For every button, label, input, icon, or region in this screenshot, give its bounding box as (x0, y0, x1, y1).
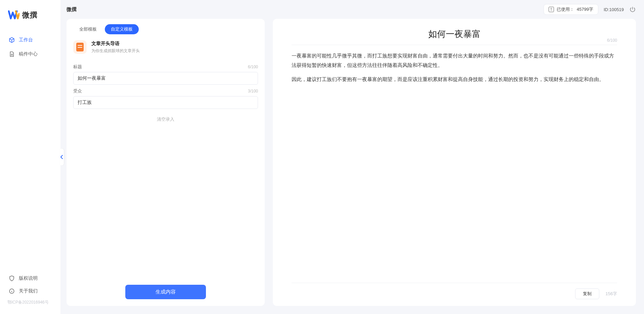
footer-link-copyright[interactable]: 版权说明 (0, 272, 60, 285)
cube-icon (9, 37, 15, 43)
sidebar-item-drafts[interactable]: 稿件中心 (0, 48, 60, 61)
sidebar-collapse-handle[interactable] (60, 149, 64, 165)
text-icon: T (549, 7, 554, 12)
sidebar-item-label: 工作台 (19, 37, 33, 43)
title-input[interactable] (73, 72, 258, 85)
template-header: 文章开头导语 为你生成抓眼球的文章开头 (67, 34, 265, 58)
article-icon (76, 43, 84, 51)
field-count: 6/100 (248, 65, 258, 69)
tab-custom-templates[interactable]: 自定义模板 (105, 24, 139, 34)
template-tabs: 全部模板 自定义模板 (67, 19, 265, 34)
power-icon (629, 6, 636, 13)
output-panel: 如何一夜暴富 6/100 一夜暴富的可能性几乎微乎其微，而打工族想要实现财富自由… (273, 19, 636, 306)
output-title: 如何一夜暴富 (292, 28, 617, 40)
output-title-count: 6/100 (607, 38, 617, 43)
main-area: 微撰 T 已使用： 45799字 ID:100519 全部模板 (60, 0, 644, 314)
clear-input-button[interactable]: ​清空录入 (73, 109, 258, 130)
logo-text: 微撰 (22, 10, 38, 20)
content-row: 全部模板 自定义模板 文章开头导语 为你生成抓眼球的文章开头 (60, 19, 644, 314)
sidebar: 微撰 工作台 稿件中心 (0, 0, 60, 314)
output-paragraph: 因此，建议打工族们不要抱有一夜暴富的期望，而是应该注重积累财富和提高自身技能，通… (292, 75, 617, 84)
chevron-left-icon (60, 155, 63, 159)
audience-input[interactable] (73, 96, 258, 109)
app-logo: 微撰 (0, 7, 60, 34)
copy-button[interactable]: 复制 (575, 288, 599, 299)
field-count: 3/100 (248, 89, 258, 93)
output-body[interactable]: 一夜暴富的可能性几乎微乎其微，而打工族想要实现财富自由，通常需要付出大量的时间和… (292, 45, 617, 283)
info-icon (9, 288, 15, 294)
user-id: ID:100519 (604, 7, 624, 12)
topbar: 微撰 T 已使用： 45799字 ID:100519 (60, 0, 644, 19)
input-footer: 生成内容 (67, 278, 265, 306)
sidebar-item-workspace[interactable]: 工作台 (0, 34, 60, 46)
output-footer: 复制 156字 (292, 283, 617, 306)
field-label: 标题 (73, 64, 82, 70)
template-icon (73, 40, 87, 54)
field-label: 受众 (73, 88, 82, 94)
field-audience: 受众 3/100 (73, 88, 258, 109)
sidebar-item-label: 稿件中心 (19, 51, 38, 57)
logo-icon (8, 10, 19, 20)
usage-badge[interactable]: T 已使用： 45799字 (544, 4, 598, 15)
sidebar-nav: 工作台 稿件中心 (0, 34, 60, 272)
tab-all-templates[interactable]: 全部模板 (73, 24, 103, 34)
output-word-count: 156字 (605, 291, 617, 297)
footer-link-label: 关于我们 (19, 288, 38, 294)
template-name: 文章开头导语 (91, 41, 140, 47)
output-area: 如何一夜暴富 6/100 一夜暴富的可能性几乎微乎其微，而打工族想要实现财富自由… (273, 19, 636, 306)
output-paragraph: 一夜暴富的可能性几乎微乎其微，而打工族想要实现财富自由，通常需要付出大量的时间和… (292, 51, 617, 70)
logout-button[interactable] (629, 6, 636, 13)
field-title: 标题 6/100 (73, 64, 258, 85)
form-section: 标题 6/100 受众 3/100 ​清空录入 (67, 58, 265, 130)
generate-button[interactable]: 生成内容 (125, 285, 206, 299)
document-icon (9, 51, 15, 57)
footer-link-label: 版权说明 (19, 275, 38, 281)
output-title-row: 如何一夜暴富 6/100 (292, 28, 617, 45)
sidebar-footer: 版权说明 关于我们 鄂ICP备2022016946号 (0, 272, 60, 314)
footer-link-about[interactable]: 关于我们 (0, 285, 60, 298)
shield-icon (9, 275, 15, 281)
icp-record: 鄂ICP备2022016946号 (0, 298, 60, 307)
page-title: 微撰 (67, 6, 77, 13)
input-panel: 全部模板 自定义模板 文章开头导语 为你生成抓眼球的文章开头 (67, 19, 265, 306)
template-desc: 为你生成抓眼球的文章开头 (91, 48, 140, 54)
usage-label: 已使用： (557, 6, 574, 12)
usage-value: 45799字 (577, 6, 593, 12)
